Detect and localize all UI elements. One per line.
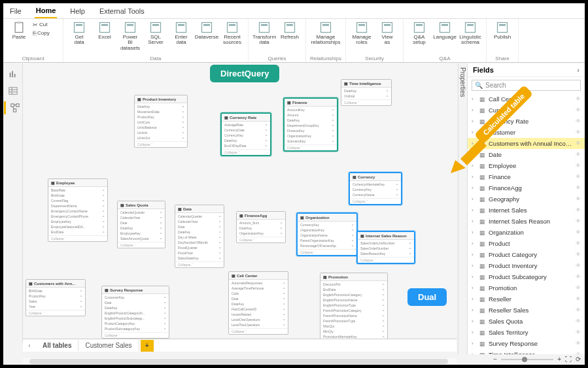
callout-dual: Dual bbox=[407, 288, 447, 306]
tab-customer-sales[interactable]: Customer Sales bbox=[78, 340, 139, 351]
svg-rect-41 bbox=[11, 104, 14, 107]
table-date[interactable]: ▦DateCalendarQuarter⚭CalendarYear⚭Date⚭D… bbox=[175, 205, 224, 268]
sql-server-button[interactable]: SQLServer bbox=[144, 21, 167, 51]
zoom-slider[interactable] bbox=[501, 359, 553, 360]
group-qa: Q&AsetupLanguageLinguisticschema Q&A bbox=[404, 19, 487, 62]
menu-external[interactable]: External Tools bbox=[98, 5, 146, 18]
arrow-icon bbox=[447, 134, 487, 173]
paste-button[interactable]: Paste bbox=[7, 21, 31, 40]
field-time-intelligence[interactable]: ›▦Time Intelligence👁 bbox=[468, 349, 585, 354]
table-employee[interactable]: ▦EmployeeBaseRate⚭BirthDate⚭CurrentFlag⚭… bbox=[48, 178, 108, 242]
cut-button[interactable]: ✂Cut bbox=[33, 21, 59, 29]
field-reseller-sales[interactable]: ›▦Reseller Sales👁 bbox=[468, 305, 585, 316]
field-promotion[interactable]: ›▦Promotion👁 bbox=[468, 282, 585, 293]
table-isr[interactable]: ▦Internet Sales ReasonSalesOrderLineNumb… bbox=[356, 231, 415, 264]
fields-pane: Fields› 🔍Search ›▦Call Center👁›▦Currency… bbox=[467, 63, 585, 354]
table-surveyResp[interactable]: ▦Survey ResponseCustomerKey⚭Date⚭DateKey… bbox=[101, 286, 169, 339]
svg-rect-26 bbox=[415, 23, 424, 33]
svg-rect-13 bbox=[203, 24, 210, 26]
field-organization[interactable]: ›▦Organization👁 bbox=[468, 227, 585, 238]
svg-rect-12 bbox=[202, 23, 212, 33]
publish-button[interactable]: Publish bbox=[491, 21, 514, 40]
data-view-icon[interactable] bbox=[7, 84, 20, 97]
svg-rect-33 bbox=[499, 24, 506, 26]
table-custAnnual[interactable]: ▦Customers with Ann...BirthDate⚭ProductK… bbox=[26, 279, 86, 316]
group-share: Publish Share bbox=[487, 19, 519, 62]
field-geography[interactable]: ›▦Geography👁 bbox=[468, 193, 585, 205]
callout-directquery: DirectQuery bbox=[210, 65, 279, 82]
svg-rect-22 bbox=[357, 23, 367, 33]
dataverse-button[interactable]: Dataverse bbox=[195, 21, 218, 51]
model-view-icon[interactable] bbox=[4, 101, 22, 114]
zoom-reset[interactable]: ⟳ bbox=[576, 356, 581, 363]
svg-rect-16 bbox=[260, 23, 269, 33]
group-label: Queries bbox=[268, 56, 286, 61]
svg-rect-1 bbox=[17, 22, 22, 24]
model-canvas[interactable]: ▦Time IntelligenceDateKey⚭Ordinal⚭Collap… bbox=[23, 63, 457, 343]
field-financeagg[interactable]: ›▦FinanceAgg👁 bbox=[468, 182, 585, 193]
tab-all-tables[interactable]: All tables bbox=[36, 340, 78, 351]
h-scrollbar[interactable] bbox=[23, 357, 457, 365]
field-product[interactable]: ›▦Product👁 bbox=[468, 238, 585, 249]
zoom-in[interactable]: + bbox=[557, 356, 561, 363]
menu-home[interactable]: Home bbox=[35, 4, 58, 18]
field-internet-sales-reason[interactable]: ›▦Internet Sales Reason👁 bbox=[468, 216, 585, 227]
field-product-inventory[interactable]: ›▦Product Inventory👁 bbox=[468, 260, 585, 271]
zoom-controls: − + ⛶ ⟳ bbox=[493, 356, 581, 363]
svg-line-45 bbox=[12, 107, 15, 109]
group-security: ManagerolesViewas Security bbox=[346, 19, 404, 62]
language-button[interactable]: Language bbox=[433, 21, 457, 46]
svg-rect-7 bbox=[127, 24, 133, 26]
table-organization[interactable]: ▦OrganizationCurrencyKey⚭OrganizationKey… bbox=[296, 212, 358, 256]
svg-rect-6 bbox=[126, 23, 135, 33]
svg-rect-36 bbox=[14, 74, 15, 77]
table-callCenter[interactable]: ▦Call CenterAutomaticResponses⚭AverageTi… bbox=[228, 271, 288, 335]
view-as-button[interactable]: Viewas bbox=[375, 21, 399, 46]
zoom-out[interactable]: − bbox=[493, 356, 497, 363]
field-survey-response[interactable]: ›▦Survey Response👁 bbox=[468, 338, 585, 349]
manage-relationships-button[interactable]: Managerelationships bbox=[314, 21, 337, 46]
table-currency[interactable]: ▦CurrencyCurrencyAlternateKey⚭CurrencyKe… bbox=[349, 172, 402, 205]
copy-button[interactable]: ⎘Copy bbox=[33, 29, 59, 37]
linguistic-schema-button[interactable]: Linguisticschema bbox=[458, 21, 482, 46]
q-a-setup-button[interactable]: Q&Asetup bbox=[407, 21, 431, 46]
svg-rect-14 bbox=[228, 23, 237, 33]
enter-data-button[interactable]: Enterdata bbox=[169, 21, 193, 51]
power-bi-datasets-button[interactable]: PowerBI datasets bbox=[118, 21, 142, 51]
table-currencyRate[interactable]: ▦Currency RateAverageRate⚭CurrencyDate⚭C… bbox=[220, 112, 271, 156]
collapse-icon[interactable]: › bbox=[577, 66, 579, 74]
svg-rect-0 bbox=[15, 23, 23, 33]
get-data-button[interactable]: Getdata bbox=[67, 21, 91, 51]
tab-scroll-left[interactable]: ‹ bbox=[23, 342, 36, 349]
table-financeAgg[interactable]: ▦FinanceAggAmount_Sum⚭DateKey⚭Organizati… bbox=[236, 211, 286, 243]
table-timeIntel[interactable]: ▦Time IntelligenceDateKey⚭Ordinal⚭Collap… bbox=[341, 79, 392, 106]
group-queries: TransformdataRefresh Queries bbox=[249, 19, 306, 62]
svg-rect-9 bbox=[152, 24, 159, 26]
field-product-subcategory[interactable]: ›▦Product Subcategory👁 bbox=[468, 271, 585, 282]
field-sales-territory[interactable]: ›▦Sales Territory👁 bbox=[468, 327, 585, 338]
table-prodInv[interactable]: ▦Product InventoryDateKey⚭MovementDate⚭P… bbox=[134, 95, 188, 148]
field-sales-quota[interactable]: ›▦Sales Quota👁 bbox=[468, 316, 585, 327]
field-product-category[interactable]: ›▦Product Category👁 bbox=[468, 249, 585, 260]
field-internet-sales[interactable]: ›▦Internet Sales👁 bbox=[468, 205, 585, 216]
svg-rect-43 bbox=[13, 109, 16, 112]
field-reseller[interactable]: ›▦Reseller👁 bbox=[468, 293, 585, 305]
properties-pane-collapsed[interactable]: Properties bbox=[458, 63, 468, 354]
add-tab-button[interactable]: + bbox=[141, 340, 154, 352]
svg-marker-50 bbox=[451, 160, 466, 173]
svg-marker-49 bbox=[460, 139, 487, 165]
manage-roles-button[interactable]: Manageroles bbox=[350, 21, 373, 46]
recent-sources-button[interactable]: Recentsources bbox=[220, 21, 244, 51]
excel-button[interactable]: Excel bbox=[93, 21, 116, 51]
table-finance[interactable]: ▦FinanceAccountKey⚭Amount⚭DateKey⚭Depart… bbox=[283, 97, 338, 152]
table-promotion[interactable]: ▦PromotionDiscountPct⚭EndDate⚭EnglishPro… bbox=[320, 273, 388, 343]
menu-file[interactable]: File bbox=[9, 5, 23, 18]
table-salesQuota[interactable]: ▦Sales QuotaCalendarQuarter⚭CalendarYear… bbox=[117, 201, 165, 248]
refresh-button[interactable]: Refresh bbox=[278, 21, 302, 46]
zoom-fit[interactable]: ⛶ bbox=[565, 356, 572, 363]
menu-help[interactable]: Help bbox=[69, 5, 86, 18]
svg-rect-28 bbox=[440, 23, 450, 33]
field-currency[interactable]: ›▦Currency👁 bbox=[468, 105, 585, 116]
transform-data-button[interactable]: Transformdata bbox=[252, 21, 276, 46]
report-view-icon[interactable] bbox=[7, 67, 20, 80]
